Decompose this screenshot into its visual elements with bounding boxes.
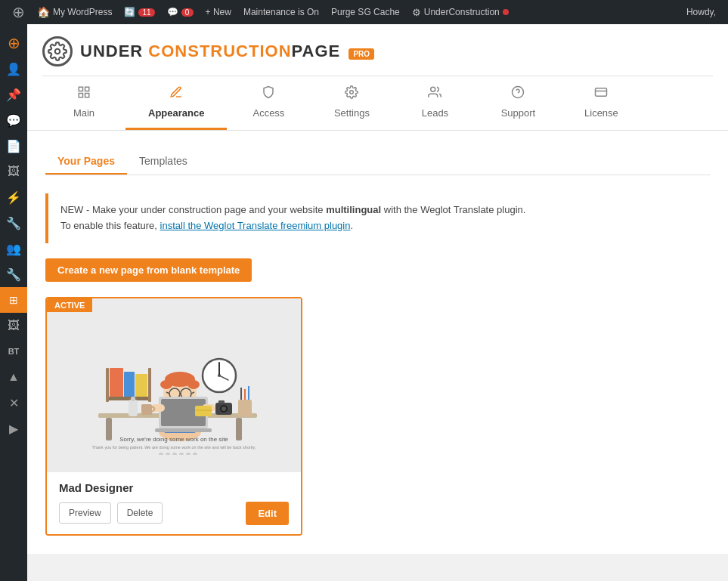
svg-point-55 [159, 453, 163, 455]
tab-appearance-label: Appearance [148, 107, 204, 119]
svg-point-33 [160, 380, 172, 389]
howdy-label: Howdy, [686, 7, 716, 17]
card-illustration: Sorry, we're doing some work on the site… [68, 315, 280, 455]
card-actions-left: Preview Delete [59, 502, 163, 524]
sidebar-icon-photo[interactable]: 🖼 [0, 313, 27, 338]
card-grid: ACTIVE [45, 297, 710, 536]
updates-badge: 11 [138, 8, 154, 17]
tab-support[interactable]: Support [476, 76, 559, 130]
active-badge: ACTIVE [47, 298, 92, 312]
site-icon: 🏠 [37, 6, 50, 18]
sidebar-icon-triangle[interactable]: ▲ [0, 364, 27, 390]
plugin-logo: UNDER CONSTRUCTIONPAGE PRO [42, 36, 713, 76]
sub-tabs: Your Pages Templates [45, 149, 710, 175]
admin-bar-purge[interactable]: Purge SG Cache [325, 0, 406, 24]
svg-rect-18 [106, 368, 109, 402]
main-content: UNDER CONSTRUCTIONPAGE PRO Main [27, 24, 728, 581]
tab-settings[interactable]: Settings [310, 76, 393, 130]
tab-settings-label: Settings [334, 107, 370, 119]
sub-tab-templates[interactable]: Templates [127, 149, 200, 175]
sidebar-icon-pages[interactable]: 📄 [0, 133, 27, 159]
uc-label: UnderConstruction [424, 7, 500, 17]
purge-label: Purge SG Cache [331, 7, 400, 17]
svg-point-57 [172, 453, 177, 455]
admin-bar: ⊕ 🏠 My WordPress 🔄 11 💬 0 + New Maintena… [0, 0, 728, 24]
sidebar: ⊕ 👤 📌 💬 📄 🖼 ⚡ 🔧 👥 🔧 ⊞ 🖼 BT ▲ ✕ ▶ [0, 24, 27, 581]
tab-appearance[interactable]: Appearance [125, 76, 227, 130]
page-card: ACTIVE [45, 297, 302, 536]
maintenance-label: Maintenance is On [243, 7, 319, 17]
sidebar-icon-users[interactable]: 👥 [0, 236, 27, 261]
svg-point-59 [186, 453, 191, 455]
pro-badge: PRO [349, 48, 374, 60]
tab-license[interactable]: License [559, 76, 643, 130]
sidebar-icon-plugins[interactable]: ⚡ [0, 184, 27, 210]
svg-rect-43 [238, 400, 252, 416]
svg-rect-4 [85, 94, 89, 97]
svg-point-49 [221, 406, 226, 411]
svg-point-6 [431, 87, 435, 91]
edit-button[interactable]: Edit [246, 502, 289, 525]
admin-bar-underconstruction[interactable]: ⚙ UnderConstruction [406, 0, 515, 24]
sidebar-icon-tools[interactable]: 🔧 [0, 261, 27, 287]
content-area: Your Pages Templates NEW - Make your und… [27, 131, 728, 554]
sub-tab-your-pages[interactable]: Your Pages [45, 149, 127, 175]
admin-bar-comments[interactable]: 💬 0 [161, 0, 200, 24]
tab-access-icon [262, 85, 275, 103]
svg-point-5 [350, 91, 354, 94]
tab-leads-label: Leads [422, 107, 448, 119]
tab-access[interactable]: Access [227, 76, 310, 130]
admin-bar-maintenance[interactable]: Maintenance is On [237, 0, 325, 24]
svg-rect-42 [141, 404, 152, 415]
tab-main-icon [77, 85, 91, 103]
sidebar-icon-comments[interactable]: 💬 [0, 107, 27, 133]
plugin-header: UNDER CONSTRUCTIONPAGE PRO Main [27, 24, 728, 131]
svg-rect-50 [218, 400, 225, 403]
sidebar-icon-uc[interactable]: ⊞ [0, 287, 27, 313]
card-footer: Mad Designer Preview Delete Edit [47, 472, 301, 534]
sidebar-icon-pin[interactable]: 📌 [0, 82, 27, 107]
svg-text:Sorry, we're doing some work o: Sorry, we're doing some work on the site [119, 436, 228, 443]
weglot-link[interactable]: install the Weglot Translate freemium pl… [160, 220, 351, 231]
svg-rect-2 [85, 87, 89, 91]
svg-rect-13 [236, 418, 242, 440]
delete-button[interactable]: Delete [117, 502, 163, 524]
sidebar-icon-dashboard[interactable]: ⊕ [0, 30, 27, 56]
svg-rect-16 [135, 374, 147, 398]
info-suffix: with the Weglot Translate plugin. [381, 204, 525, 215]
tab-access-label: Access [252, 107, 284, 119]
admin-bar-site-name[interactable]: 🏠 My WordPress [31, 0, 118, 24]
tab-support-label: Support [501, 107, 536, 119]
tab-license-label: License [584, 107, 618, 119]
svg-rect-14 [110, 368, 123, 398]
comments-icon: 💬 [167, 7, 178, 17]
svg-rect-19 [148, 368, 151, 402]
preview-button[interactable]: Preview [59, 502, 111, 524]
create-page-button[interactable]: Create a new page from blank template [45, 258, 252, 282]
svg-rect-9 [596, 88, 607, 97]
admin-bar-new[interactable]: + New [200, 0, 237, 24]
svg-point-0 [55, 49, 60, 54]
tab-license-icon [594, 85, 608, 103]
info-line2-prefix: To enable this feature, [60, 220, 160, 231]
tab-leads[interactable]: Leads [393, 76, 476, 130]
info-box: NEW - Make your under construction page … [45, 193, 710, 243]
sidebar-icon-bt[interactable]: BT [0, 338, 27, 364]
tab-main[interactable]: Main [42, 76, 125, 130]
tab-support-icon [511, 85, 525, 103]
admin-bar-updates[interactable]: 🔄 11 [118, 0, 160, 24]
sidebar-icon-settings[interactable]: 🔧 [0, 210, 27, 236]
admin-bar-howdy[interactable]: Howdy, [680, 0, 722, 24]
sidebar-icon-user[interactable]: 👤 [0, 56, 27, 82]
svg-text:Thank you for being patient. W: Thank you for being patient. We are doin… [92, 445, 256, 450]
comments-badge: 0 [181, 8, 194, 17]
gear-icon [42, 36, 73, 66]
admin-bar-wp-logo[interactable]: ⊕ [6, 0, 31, 24]
sidebar-icon-play[interactable]: ▶ [0, 416, 27, 441]
svg-point-60 [193, 453, 197, 455]
sidebar-icon-media[interactable]: 🖼 [0, 159, 27, 184]
svg-rect-37 [155, 428, 212, 432]
svg-point-58 [179, 453, 184, 455]
svg-rect-40 [129, 400, 138, 416]
sidebar-icon-close[interactable]: ✕ [0, 390, 27, 416]
